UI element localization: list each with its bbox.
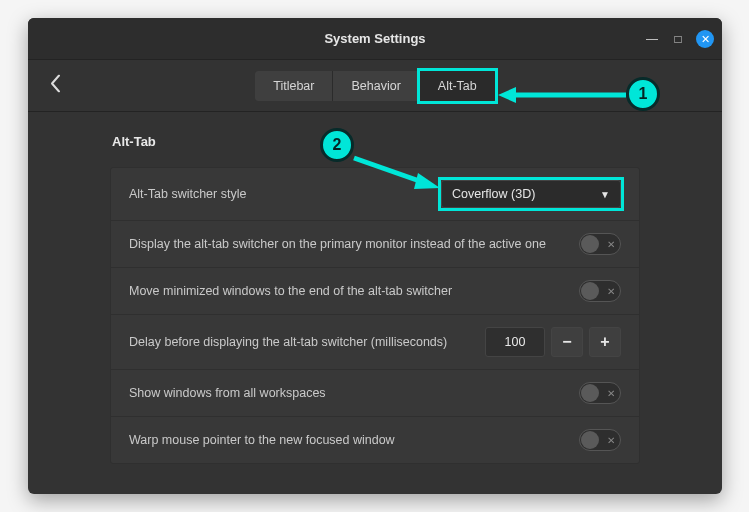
toggle-warp-mouse[interactable]: ✕ [579, 429, 621, 451]
row-delay: Delay before displaying the alt-tab swit… [111, 315, 639, 370]
tabs: Titlebar Behavior Alt-Tab [255, 71, 494, 101]
delay-increment-button[interactable]: + [589, 327, 621, 357]
row-primary-monitor: Display the alt-tab switcher on the prim… [111, 221, 639, 268]
settings-window: System Settings — □ ✕ Titlebar Behavior … [28, 18, 722, 494]
back-button[interactable] [50, 74, 61, 97]
toggle-knob [581, 431, 599, 449]
toggle-knob [581, 282, 599, 300]
toggle-all-workspaces[interactable]: ✕ [579, 382, 621, 404]
toggle-knob [581, 235, 599, 253]
row-warp-mouse: Warp mouse pointer to the new focused wi… [111, 417, 639, 463]
chevron-down-icon: ▼ [600, 189, 610, 200]
toggle-off-icon: ✕ [607, 239, 615, 250]
label-warp-mouse: Warp mouse pointer to the new focused wi… [129, 432, 563, 449]
toggle-primary-monitor[interactable]: ✕ [579, 233, 621, 255]
toggle-move-minimized[interactable]: ✕ [579, 280, 621, 302]
label-primary-monitor: Display the alt-tab switcher on the prim… [129, 236, 563, 253]
toolbar: Titlebar Behavior Alt-Tab [28, 60, 722, 112]
delay-decrement-button[interactable]: − [551, 327, 583, 357]
tab-titlebar[interactable]: Titlebar [255, 71, 333, 101]
row-all-workspaces: Show windows from all workspaces ✕ [111, 370, 639, 417]
row-switcher-style: Alt-Tab switcher style Coverflow (3D) ▼ [111, 168, 639, 221]
delay-value[interactable]: 100 [485, 327, 545, 357]
toggle-off-icon: ✕ [607, 388, 615, 399]
minimize-icon[interactable]: — [644, 31, 660, 47]
close-icon[interactable]: ✕ [696, 30, 714, 48]
label-switcher-style: Alt-Tab switcher style [129, 186, 425, 203]
dropdown-value: Coverflow (3D) [452, 187, 535, 201]
delay-spinner: 100 − + [485, 327, 621, 357]
label-all-workspaces: Show windows from all workspaces [129, 385, 563, 402]
toggle-off-icon: ✕ [607, 435, 615, 446]
row-move-minimized: Move minimized windows to the end of the… [111, 268, 639, 315]
section-title: Alt-Tab [112, 134, 640, 149]
label-move-minimized: Move minimized windows to the end of the… [129, 283, 563, 300]
content: Alt-Tab Alt-Tab switcher style Coverflow… [28, 112, 722, 464]
toggle-off-icon: ✕ [607, 286, 615, 297]
maximize-icon[interactable]: □ [670, 31, 686, 47]
window-title: System Settings [324, 31, 425, 46]
switcher-style-dropdown[interactable]: Coverflow (3D) ▼ [441, 180, 621, 208]
window-controls: — □ ✕ [644, 18, 714, 60]
tab-alttab[interactable]: Alt-Tab [420, 71, 495, 101]
titlebar: System Settings — □ ✕ [28, 18, 722, 60]
label-delay: Delay before displaying the alt-tab swit… [129, 334, 469, 351]
toggle-knob [581, 384, 599, 402]
tab-behavior[interactable]: Behavior [333, 71, 419, 101]
settings-rows: Alt-Tab switcher style Coverflow (3D) ▼ … [110, 167, 640, 464]
